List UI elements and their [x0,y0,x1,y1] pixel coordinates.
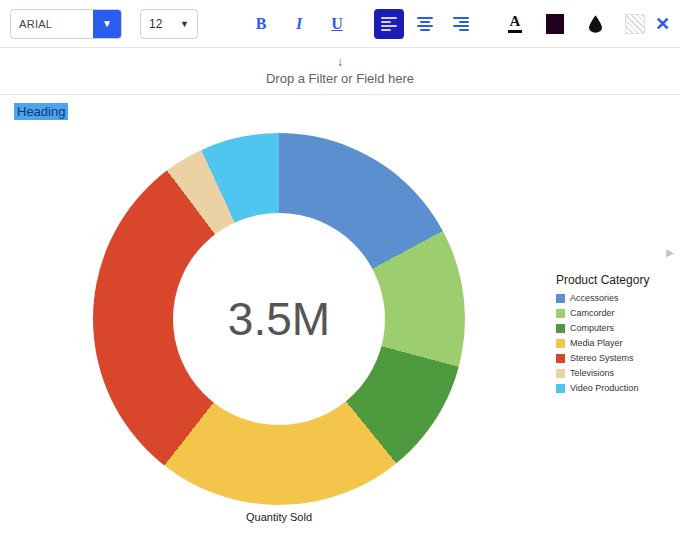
droplet-icon [589,15,602,33]
italic-button[interactable]: I [284,9,314,39]
color-group: A [500,9,650,39]
font-size-value: 12 [149,17,162,31]
legend-item[interactable]: Stereo Systems [556,353,666,363]
chevron-down-icon: ▼ [180,19,189,29]
legend-swatch-icon [556,294,565,303]
legend-swatch-icon [556,354,565,363]
pattern-button[interactable] [620,9,650,39]
filter-drop-label: Drop a Filter or Field here [266,71,414,86]
donut-chart[interactable]: 3.5M [93,133,465,505]
legend-swatch-icon [556,309,565,318]
chart-axis-label: Quantity Sold [93,511,465,523]
legend-item[interactable]: Accessories [556,293,666,303]
legend-item-label: Stereo Systems [570,353,634,363]
legend-item-label: Computers [570,323,614,333]
align-center-button[interactable] [410,9,440,39]
legend-swatch-icon [556,384,565,393]
background-color-button[interactable] [580,9,610,39]
font-family-value: ARIAL [11,10,93,38]
legend-item[interactable]: Camcorder [556,308,666,318]
format-toolbar: ARIAL ▼ 12 ▼ B I U A [0,0,680,48]
font-family-dropdown-button[interactable]: ▼ [93,10,121,38]
legend-item-label: Accessories [570,293,619,303]
align-left-button[interactable] [374,9,404,39]
legend-swatch-icon [556,339,565,348]
legend-item[interactable]: Computers [556,323,666,333]
legend-item[interactable]: Media Player [556,338,666,348]
italic-icon: I [296,15,302,33]
font-family-select[interactable]: ARIAL ▼ [10,9,122,39]
align-right-button[interactable] [446,9,476,39]
align-right-icon [453,17,469,31]
legend-item-label: Camcorder [570,308,615,318]
chart-legend: Product Category AccessoriesCamcorderCom… [556,273,666,398]
legend-swatch-icon [556,369,565,378]
expand-right-icon[interactable]: ▶ [666,247,674,258]
align-center-icon [417,17,433,31]
chart-total-label: 3.5M [228,292,330,346]
close-button[interactable]: ✕ [655,13,670,35]
text-color-button[interactable]: A [500,9,530,39]
legend-item[interactable]: Televisions [556,368,666,378]
text-color-icon: A [508,14,522,33]
donut-hole: 3.5M [173,213,385,425]
font-size-select[interactable]: 12 ▼ [140,9,198,39]
color-swatch-icon [546,14,564,34]
legend-items: AccessoriesCamcorderComputersMedia Playe… [556,293,666,393]
legend-item-label: Televisions [570,368,614,378]
drop-arrow-icon: ↓ [337,56,343,68]
report-canvas: Heading 3.5M Quantity Sold ▶ Product Cat… [0,95,680,533]
legend-item-label: Media Player [570,338,623,348]
legend-title: Product Category [556,273,666,287]
alignment-group [374,9,476,39]
underline-button[interactable]: U [322,9,352,39]
hatch-pattern-icon [625,14,645,34]
align-left-icon [381,17,397,31]
legend-swatch-icon [556,324,565,333]
legend-item[interactable]: Video Production [556,383,666,393]
chevron-down-icon: ▼ [102,18,112,29]
filter-drop-zone[interactable]: ↓ Drop a Filter or Field here [0,48,680,95]
underline-icon: U [331,15,343,33]
bold-button[interactable]: B [246,9,276,39]
fill-color-button[interactable] [540,9,570,39]
chart-heading[interactable]: Heading [14,103,68,120]
text-style-group: B I U [246,9,352,39]
legend-item-label: Video Production [570,383,638,393]
bold-icon: B [256,15,267,33]
